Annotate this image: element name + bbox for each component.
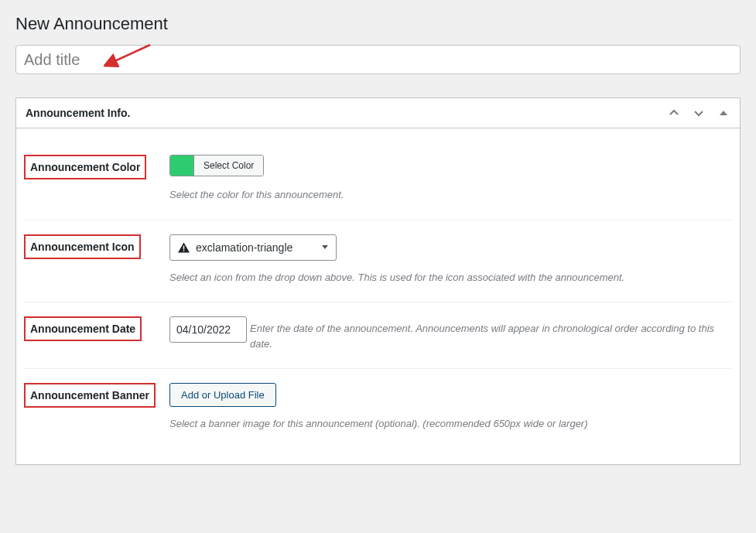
field-row-date: Announcement Date Enter the date of the … — [24, 302, 732, 369]
move-up-button[interactable] — [667, 106, 681, 120]
chevron-up-icon — [668, 107, 680, 119]
exclamation-triangle-icon — [178, 242, 190, 253]
color-description: Select the color for this announcement. — [169, 187, 732, 203]
label-announcement-color: Announcement Color — [24, 155, 146, 179]
chevron-down-icon — [322, 245, 328, 249]
chevron-down-icon — [693, 107, 705, 119]
svg-rect-1 — [183, 245, 185, 249]
select-color-button[interactable]: Select Color — [193, 155, 263, 176]
page-title: New Announcement — [15, 14, 741, 34]
icon-select[interactable]: exclamation-triangle — [169, 234, 337, 261]
move-down-button[interactable] — [692, 106, 706, 120]
announcement-info-metabox: Announcement Info. Announcement Color Se… — [15, 97, 741, 465]
icon-select-value: exclamation-triangle — [196, 241, 292, 254]
toggle-panel-button[interactable] — [717, 106, 730, 120]
add-upload-file-button[interactable]: Add or Upload File — [169, 383, 276, 407]
metabox-title: Announcement Info. — [26, 107, 130, 119]
banner-description: Select a banner image for this announcem… — [169, 416, 732, 432]
color-picker[interactable]: Select Color — [169, 155, 264, 176]
triangle-up-icon — [719, 108, 728, 118]
field-row-banner: Announcement Banner Add or Upload File S… — [24, 369, 732, 449]
metabox-header: Announcement Info. — [16, 98, 740, 128]
label-announcement-banner: Announcement Banner — [24, 383, 156, 408]
field-row-icon: Announcement Icon exclamation-triangle S… — [24, 220, 732, 303]
field-row-color: Announcement Color Select Color Select t… — [24, 141, 732, 220]
date-description: Enter the date of the announcement. Anno… — [250, 316, 732, 351]
label-announcement-date: Announcement Date — [24, 316, 142, 341]
label-announcement-icon: Announcement Icon — [24, 234, 141, 259]
icon-description: Select an icon from the drop down above.… — [169, 270, 732, 285]
title-input[interactable] — [15, 45, 741, 74]
color-swatch — [170, 155, 193, 176]
date-input[interactable] — [169, 316, 247, 343]
svg-rect-2 — [183, 250, 185, 251]
